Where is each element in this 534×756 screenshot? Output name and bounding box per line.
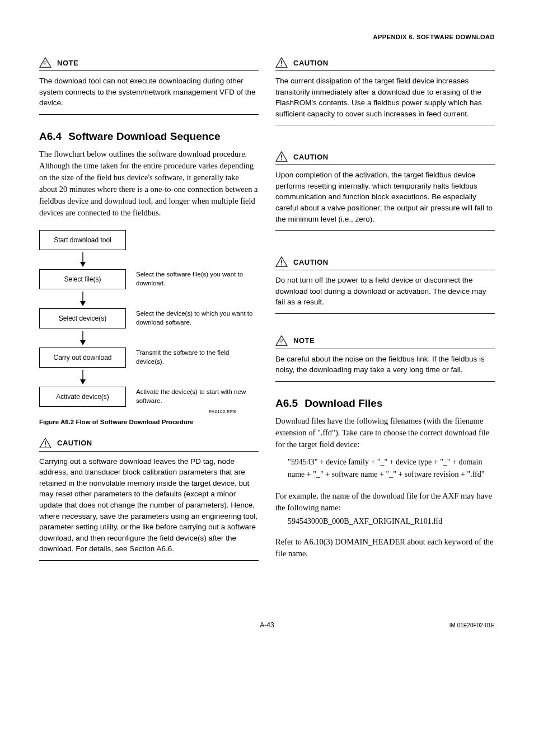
callout-divider [275, 381, 495, 382]
section-title: Download Files [305, 397, 382, 410]
note-header: NOTE [39, 57, 259, 68]
svg-point-12 [45, 445, 46, 447]
flow-arrow [39, 368, 126, 387]
left-column: NOTE The download tool can not execute d… [39, 57, 259, 576]
section-title: Software Download Sequence [68, 130, 220, 143]
flow-arrow [39, 250, 126, 269]
callout-divider [275, 125, 495, 125]
flow-step: Select device(s) Select the device(s) to… [39, 308, 259, 328]
note-title: NOTE [57, 59, 78, 67]
flowchart: Start download tool Select file(s) Selec… [39, 230, 259, 414]
callout-divider [39, 560, 259, 561]
caution-header: CAUTION [275, 151, 495, 162]
svg-marker-3 [80, 262, 86, 267]
callout-divider [39, 451, 259, 452]
flow-step: Start download tool [39, 230, 259, 250]
flow-box-select-device: Select device(s) [39, 308, 126, 328]
callout-divider [275, 165, 495, 165]
section-heading-a64: A6.4 Software Download Sequence [39, 130, 259, 143]
caution-header: CAUTION [275, 57, 495, 68]
flowchart-reference: FA0102.EPS [39, 409, 259, 414]
note-icon [39, 57, 51, 68]
note-icon [275, 335, 288, 346]
note-title: NOTE [293, 336, 315, 345]
svg-marker-9 [80, 379, 86, 384]
a65-p2: For example, the name of the download fi… [275, 490, 495, 514]
flow-step: Activate device(s) Activate the device(s… [39, 387, 259, 407]
note-callout-1: NOTE The download tool can not execute d… [39, 57, 259, 115]
note-body: Be careful about the noise on the fieldb… [275, 354, 495, 375]
page-number: A-43 [191, 621, 343, 629]
page-footer: A-43 IM 01E20F02-01E [39, 621, 495, 629]
flow-desc: Select the device(s) to which you want t… [136, 309, 259, 327]
svg-point-18 [281, 159, 282, 161]
caution-callout-3: CAUTION Upon completion of the activatio… [275, 151, 495, 231]
caution-icon [275, 151, 288, 162]
caution-callout-1: CAUTION Carrying out a software download… [39, 438, 259, 561]
section-intro: The flowchart below outlines the softwar… [39, 148, 259, 219]
caution-body: Do not turn off the power to a field dev… [275, 275, 495, 308]
filename-format: "594543" + device family + "_" + device … [288, 456, 495, 480]
flow-step: Carry out download Transmit the software… [39, 348, 259, 368]
document-id: IM 01E20F02-01E [343, 622, 495, 628]
callout-divider [275, 270, 495, 270]
figure-caption: Figure A6.2 Flow of Software Download Pr… [39, 419, 259, 425]
caution-title: CAUTION [293, 153, 329, 161]
right-column: CAUTION The current dissipation of the t… [275, 57, 495, 576]
svg-point-1 [45, 64, 45, 65]
flow-arrow [39, 328, 126, 348]
flow-step: Select file(s) Select the software file(… [39, 269, 259, 289]
caution-title: CAUTION [293, 258, 329, 266]
caution-header: CAUTION [275, 256, 495, 267]
callout-divider [39, 71, 259, 71]
section-number: A6.4 [39, 130, 62, 143]
flow-desc: Select the software file(s) you want to … [136, 270, 259, 288]
flow-box-select-file: Select file(s) [39, 269, 126, 289]
callout-divider [275, 313, 495, 314]
callout-divider [275, 230, 495, 231]
a65-p1: Download files have the following filena… [275, 415, 495, 450]
note-callout-2: NOTE Be careful about the noise on the f… [275, 335, 495, 382]
note-header: NOTE [275, 335, 495, 346]
svg-marker-7 [80, 340, 86, 345]
caution-body: Upon completion of the activation, the t… [275, 170, 495, 224]
caution-callout-2: CAUTION The current dissipation of the t… [275, 57, 495, 125]
flow-arrow [39, 289, 126, 308]
caution-header: CAUTION [39, 438, 259, 449]
callout-divider [39, 114, 259, 115]
caution-body: The current dissipation of the target fi… [275, 76, 495, 119]
note-body: The download tool can not execute downlo… [39, 76, 259, 109]
svg-marker-0 [40, 58, 51, 67]
section-heading-a65: A6.5 Download Files [275, 397, 495, 410]
flow-box-start: Start download tool [39, 230, 126, 250]
flow-desc: Transmit the software to the field devic… [136, 349, 259, 366]
appendix-header: APPENDIX 6. SOFTWARE DOWNLOAD [39, 34, 495, 40]
caution-icon [275, 256, 288, 267]
callout-divider [275, 349, 495, 349]
flow-box-download: Carry out download [39, 348, 126, 368]
caution-body: Carrying out a software download leaves … [39, 456, 259, 555]
caution-callout-4: CAUTION Do not turn off the power to a f… [275, 256, 495, 314]
caution-icon [39, 438, 51, 449]
svg-marker-5 [80, 301, 86, 306]
caution-icon [275, 57, 288, 68]
callout-divider [275, 71, 495, 71]
flow-desc: Activate the device(s) to start with new… [136, 388, 259, 405]
filename-example: 594543000B_000B_AXF_ORIGINAL_R101.ffd [288, 517, 495, 526]
section-number: A6.5 [275, 397, 298, 410]
caution-title: CAUTION [57, 439, 92, 447]
two-column-layout: NOTE The download tool can not execute d… [39, 57, 495, 576]
a65-p3: Refer to A6.10(3) DOMAIN_HEADER about ea… [275, 536, 495, 560]
svg-point-23 [281, 342, 282, 343]
svg-marker-22 [276, 336, 287, 345]
svg-point-21 [281, 265, 282, 266]
svg-point-15 [281, 65, 282, 67]
caution-title: CAUTION [293, 59, 329, 67]
flow-box-activate: Activate device(s) [39, 387, 126, 407]
